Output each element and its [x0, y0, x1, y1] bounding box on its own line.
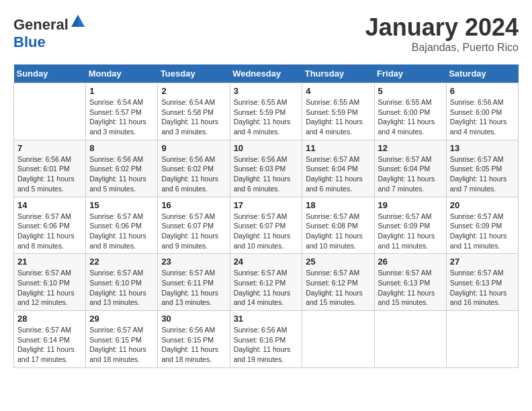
day-number: 11: [306, 143, 370, 153]
day-detail: Sunrise: 6:57 AMSunset: 6:15 PMDaylight:…: [89, 325, 154, 365]
calendar-cell: 17Sunrise: 6:57 AMSunset: 6:07 PMDayligh…: [230, 197, 302, 254]
calendar-cell: 23Sunrise: 6:57 AMSunset: 6:11 PMDayligh…: [158, 254, 230, 311]
day-detail: Sunrise: 6:56 AMSunset: 6:00 PMDaylight:…: [450, 97, 515, 137]
day-detail: Sunrise: 6:54 AMSunset: 5:58 PMDaylight:…: [161, 97, 226, 137]
day-detail: Sunrise: 6:57 AMSunset: 6:08 PMDaylight:…: [306, 212, 370, 251]
logo-icon: [70, 13, 86, 30]
day-detail: Sunrise: 6:57 AMSunset: 6:09 PMDaylight:…: [450, 212, 515, 251]
calendar-cell: 4Sunrise: 6:55 AMSunset: 5:59 PMDaylight…: [302, 83, 374, 140]
location-title: Bajandas, Puerto Rico: [365, 42, 519, 54]
calendar-cell: 28Sunrise: 6:57 AMSunset: 6:14 PMDayligh…: [14, 311, 86, 368]
day-number: 2: [161, 86, 226, 96]
day-detail: Sunrise: 6:55 AMSunset: 5:59 PMDaylight:…: [306, 97, 370, 137]
day-number: 14: [17, 200, 82, 210]
day-number: 16: [161, 200, 226, 210]
day-number: 19: [378, 200, 443, 210]
weekday-wednesday: Wednesday: [230, 64, 302, 83]
day-detail: Sunrise: 6:57 AMSunset: 6:10 PMDaylight:…: [17, 268, 82, 308]
day-number: 15: [89, 200, 154, 210]
day-detail: Sunrise: 6:57 AMSunset: 6:04 PMDaylight:…: [306, 154, 370, 194]
calendar-table: SundayMondayTuesdayWednesdayThursdayFrid…: [13, 64, 519, 368]
day-detail: Sunrise: 6:57 AMSunset: 6:14 PMDaylight:…: [17, 325, 82, 365]
day-detail: Sunrise: 6:57 AMSunset: 6:12 PMDaylight:…: [306, 268, 370, 308]
calendar-row: 28Sunrise: 6:57 AMSunset: 6:14 PMDayligh…: [14, 311, 519, 368]
weekday-thursday: Thursday: [302, 64, 374, 83]
day-number: 22: [89, 257, 154, 267]
calendar-cell: [14, 83, 86, 140]
weekday-tuesday: Tuesday: [158, 64, 230, 83]
calendar-cell: 5Sunrise: 6:55 AMSunset: 6:00 PMDaylight…: [374, 83, 446, 140]
day-detail: Sunrise: 6:57 AMSunset: 6:04 PMDaylight:…: [378, 154, 443, 194]
calendar-cell: 7Sunrise: 6:56 AMSunset: 6:01 PMDaylight…: [14, 140, 86, 197]
day-detail: Sunrise: 6:57 AMSunset: 6:07 PMDaylight:…: [161, 212, 226, 251]
weekday-saturday: Saturday: [446, 64, 518, 83]
day-number: 24: [234, 257, 299, 267]
calendar-cell: 24Sunrise: 6:57 AMSunset: 6:12 PMDayligh…: [230, 254, 302, 311]
day-number: 7: [17, 143, 82, 153]
calendar-cell: [374, 311, 446, 368]
calendar-cell: 27Sunrise: 6:57 AMSunset: 6:13 PMDayligh…: [446, 254, 518, 311]
calendar-cell: 19Sunrise: 6:57 AMSunset: 6:09 PMDayligh…: [374, 197, 446, 254]
day-detail: Sunrise: 6:57 AMSunset: 6:13 PMDaylight:…: [378, 268, 443, 308]
calendar-cell: 8Sunrise: 6:56 AMSunset: 6:02 PMDaylight…: [86, 140, 158, 197]
calendar-row: 1Sunrise: 6:54 AMSunset: 5:57 PMDaylight…: [14, 83, 519, 140]
svg-marker-1: [78, 15, 85, 27]
day-number: 29: [89, 314, 154, 324]
calendar-cell: 26Sunrise: 6:57 AMSunset: 6:13 PMDayligh…: [374, 254, 446, 311]
day-detail: Sunrise: 6:56 AMSunset: 6:02 PMDaylight:…: [89, 154, 154, 194]
calendar-cell: [446, 311, 518, 368]
calendar-cell: 3Sunrise: 6:55 AMSunset: 5:59 PMDaylight…: [230, 83, 302, 140]
calendar-cell: 29Sunrise: 6:57 AMSunset: 6:15 PMDayligh…: [86, 311, 158, 368]
day-number: 30: [161, 314, 226, 324]
day-number: 6: [450, 86, 515, 96]
day-detail: Sunrise: 6:55 AMSunset: 6:00 PMDaylight:…: [378, 97, 443, 137]
day-number: 5: [378, 86, 443, 96]
day-number: 31: [234, 314, 299, 324]
day-detail: Sunrise: 6:55 AMSunset: 5:59 PMDaylight:…: [234, 97, 299, 137]
calendar-cell: 20Sunrise: 6:57 AMSunset: 6:09 PMDayligh…: [446, 197, 518, 254]
month-title: January 2024: [365, 13, 519, 42]
day-number: 18: [306, 200, 370, 210]
calendar-row: 21Sunrise: 6:57 AMSunset: 6:10 PMDayligh…: [14, 254, 519, 311]
day-number: 4: [306, 86, 370, 96]
calendar-cell: 30Sunrise: 6:56 AMSunset: 6:15 PMDayligh…: [158, 311, 230, 368]
calendar-cell: 15Sunrise: 6:57 AMSunset: 6:06 PMDayligh…: [86, 197, 158, 254]
day-number: 13: [450, 143, 515, 153]
calendar-cell: 14Sunrise: 6:57 AMSunset: 6:06 PMDayligh…: [14, 197, 86, 254]
day-number: 1: [89, 86, 154, 96]
day-detail: Sunrise: 6:57 AMSunset: 6:13 PMDaylight:…: [450, 268, 515, 308]
weekday-header-row: SundayMondayTuesdayWednesdayThursdayFrid…: [14, 64, 519, 83]
day-detail: Sunrise: 6:56 AMSunset: 6:03 PMDaylight:…: [234, 154, 299, 194]
day-detail: Sunrise: 6:57 AMSunset: 6:06 PMDaylight:…: [89, 212, 154, 251]
calendar-cell: 13Sunrise: 6:57 AMSunset: 6:05 PMDayligh…: [446, 140, 518, 197]
logo: General Blue: [13, 13, 86, 51]
day-detail: Sunrise: 6:56 AMSunset: 6:15 PMDaylight:…: [161, 325, 226, 365]
day-number: 3: [234, 86, 299, 96]
calendar-cell: 9Sunrise: 6:56 AMSunset: 6:02 PMDaylight…: [158, 140, 230, 197]
day-detail: Sunrise: 6:57 AMSunset: 6:06 PMDaylight:…: [17, 212, 82, 251]
day-number: 26: [378, 257, 443, 267]
day-number: 27: [450, 257, 515, 267]
day-number: 17: [234, 200, 299, 210]
day-number: 28: [17, 314, 82, 324]
calendar-cell: 11Sunrise: 6:57 AMSunset: 6:04 PMDayligh…: [302, 140, 374, 197]
day-number: 20: [450, 200, 515, 210]
day-number: 10: [234, 143, 299, 153]
calendar-cell: 2Sunrise: 6:54 AMSunset: 5:58 PMDaylight…: [158, 83, 230, 140]
calendar-cell: 12Sunrise: 6:57 AMSunset: 6:04 PMDayligh…: [374, 140, 446, 197]
calendar-cell: 16Sunrise: 6:57 AMSunset: 6:07 PMDayligh…: [158, 197, 230, 254]
day-detail: Sunrise: 6:57 AMSunset: 6:11 PMDaylight:…: [161, 268, 226, 308]
page-header: General Blue January 2024 Bajandas, Puer…: [13, 13, 519, 54]
calendar-cell: 10Sunrise: 6:56 AMSunset: 6:03 PMDayligh…: [230, 140, 302, 197]
day-number: 8: [89, 143, 154, 153]
day-detail: Sunrise: 6:56 AMSunset: 6:02 PMDaylight:…: [161, 154, 226, 194]
day-detail: Sunrise: 6:57 AMSunset: 6:10 PMDaylight:…: [89, 268, 154, 308]
day-detail: Sunrise: 6:57 AMSunset: 6:12 PMDaylight:…: [234, 268, 299, 308]
day-detail: Sunrise: 6:56 AMSunset: 6:01 PMDaylight:…: [17, 154, 82, 194]
weekday-friday: Friday: [374, 64, 446, 83]
day-number: 23: [161, 257, 226, 267]
day-detail: Sunrise: 6:57 AMSunset: 6:07 PMDaylight:…: [234, 212, 299, 251]
day-detail: Sunrise: 6:54 AMSunset: 5:57 PMDaylight:…: [89, 97, 154, 137]
calendar-cell: 31Sunrise: 6:56 AMSunset: 6:16 PMDayligh…: [230, 311, 302, 368]
weekday-monday: Monday: [86, 64, 158, 83]
